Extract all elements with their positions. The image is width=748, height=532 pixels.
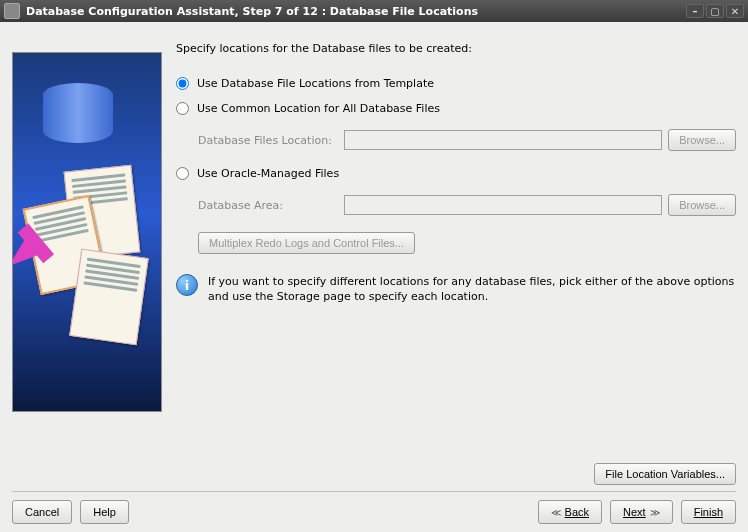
common-location-row: Database Files Location: Browse... (198, 129, 736, 151)
chevron-left-icon: ≪ (551, 507, 561, 518)
back-label: Back (565, 506, 589, 518)
omf-area-row: Database Area: Browse... (198, 194, 736, 216)
option-common-radio[interactable] (176, 102, 189, 115)
option-omf-radio[interactable] (176, 167, 189, 180)
close-button[interactable]: ✕ (726, 4, 744, 18)
browse-omf-button[interactable]: Browse... (668, 194, 736, 216)
title-bar: Database Configuration Assistant, Step 7… (0, 0, 748, 22)
option-template-label: Use Database File Locations from Templat… (197, 77, 434, 90)
omf-area-input[interactable] (344, 195, 662, 215)
wizard-graphic (12, 52, 162, 412)
omf-area-label: Database Area: (198, 199, 338, 212)
info-text: If you want to specify different locatio… (208, 274, 736, 305)
info-icon: i (176, 274, 198, 296)
option-common[interactable]: Use Common Location for All Database Fil… (176, 102, 736, 115)
chevron-right-icon: ≫ (650, 507, 660, 518)
window-title: Database Configuration Assistant, Step 7… (26, 5, 478, 18)
finish-label: Finish (694, 506, 723, 518)
instruction-text: Specify locations for the Database files… (176, 42, 736, 55)
browse-common-button[interactable]: Browse... (668, 129, 736, 151)
multiplex-button[interactable]: Multiplex Redo Logs and Control Files... (198, 232, 415, 254)
option-omf-label: Use Oracle-Managed Files (197, 167, 339, 180)
window-body: Specify locations for the Database files… (0, 22, 748, 532)
option-template[interactable]: Use Database File Locations from Templat… (176, 77, 736, 90)
common-location-input[interactable] (344, 130, 662, 150)
main-panel: Specify locations for the Database files… (176, 32, 736, 457)
option-omf[interactable]: Use Oracle-Managed Files (176, 167, 736, 180)
database-icon (43, 83, 113, 143)
file-location-variables-button[interactable]: File Location Variables... (594, 463, 736, 485)
next-label: Next (623, 506, 646, 518)
option-common-label: Use Common Location for All Database Fil… (197, 102, 440, 115)
help-button[interactable]: Help (80, 500, 129, 524)
document-icon (69, 249, 149, 346)
finish-button[interactable]: Finish (681, 500, 736, 524)
maximize-button[interactable]: ▢ (706, 4, 724, 18)
option-template-radio[interactable] (176, 77, 189, 90)
back-button[interactable]: ≪ Back (538, 500, 602, 524)
footer: Cancel Help ≪ Back Next ≫ Finish (12, 491, 736, 524)
app-icon (4, 3, 20, 19)
common-location-label: Database Files Location: (198, 134, 338, 147)
minimize-button[interactable]: – (686, 4, 704, 18)
info-row: i If you want to specify different locat… (176, 274, 736, 305)
next-button[interactable]: Next ≫ (610, 500, 673, 524)
cancel-button[interactable]: Cancel (12, 500, 72, 524)
